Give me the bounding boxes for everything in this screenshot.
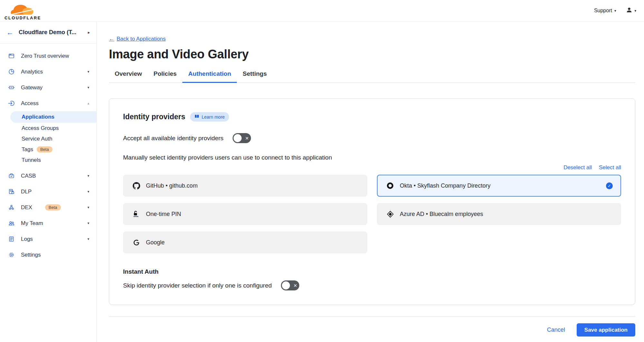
learn-more-badge[interactable]: Learn more [190, 112, 229, 122]
sidebar-account-header: ← Cloudflare Demo (T... ▸ [0, 22, 96, 44]
user-icon [626, 6, 633, 15]
tab-overview[interactable]: Overview [109, 70, 148, 83]
provider-name: One-time PIN [146, 211, 359, 218]
toggle-knob [234, 134, 242, 142]
selected-check-icon: ✓ [606, 182, 613, 189]
topbar: CLOUDFLARE Support ▾ ▾ [0, 0, 644, 22]
provider-option-google[interactable]: Google [123, 231, 367, 253]
my-team-icon [8, 220, 15, 227]
gateway-icon [8, 84, 15, 91]
manual-select-text: Manually select identity providers users… [123, 154, 621, 161]
sidebar-item-service-auth[interactable]: Service Auth [0, 133, 96, 144]
beta-badge: Beta [45, 204, 61, 210]
page: CLOUDFLARE Support ▾ ▾ ← C [0, 0, 644, 342]
topbar-right: Support ▾ ▾ [594, 6, 638, 15]
sidebar-item-my-team[interactable]: My Team ▾ [0, 215, 96, 231]
tab-authentication[interactable]: Authentication [182, 70, 237, 83]
sidebar-item-analytics[interactable]: Analytics ▾ [0, 64, 96, 80]
back-to-applications-link[interactable]: ← Back to Applications [109, 36, 166, 42]
sidebar-item-logs[interactable]: Logs ▾ [0, 231, 96, 247]
accept-all-label: Accept all available identity providers [123, 135, 224, 142]
learn-more-label: Learn more [202, 114, 225, 120]
sidebar-item-access-groups[interactable]: Access Groups [0, 123, 96, 133]
provider-option-azure-ad[interactable]: Azure AD • Bluecalm employees [377, 203, 621, 225]
gear-icon [8, 251, 15, 259]
provider-option-one-time-pin[interactable]: **** One-time PIN [123, 203, 367, 225]
provider-name: Google [146, 239, 359, 246]
identity-providers-card: Identity providers Learn more Accept all… [109, 98, 635, 305]
back-arrow-icon[interactable]: ← [6, 29, 14, 36]
beta-badge: Beta [37, 146, 53, 152]
support-menu[interactable]: Support ▾ [594, 8, 616, 14]
accept-all-toggle[interactable]: ✕ [233, 133, 251, 143]
instant-auth-heading: Instant Auth [123, 268, 621, 275]
chevron-down-icon: ▾ [87, 221, 89, 225]
back-link-label: Back to Applications [117, 36, 166, 42]
sidebar-nav: Zero Trust overview Analytics ▾ Gateway … [0, 44, 96, 263]
tab-settings[interactable]: Settings [237, 70, 273, 83]
sidebar-item-gateway[interactable]: Gateway ▾ [0, 80, 96, 95]
chevron-right-icon[interactable]: ▸ [88, 30, 90, 35]
okta-icon [386, 182, 394, 189]
chevron-down-icon: ▾ [87, 190, 89, 194]
chevron-up-icon: ▴ [87, 101, 89, 105]
google-icon [132, 239, 140, 246]
identity-providers-heading: Identity providers [123, 112, 185, 121]
sidebar-item-settings[interactable]: Settings [0, 247, 96, 263]
instant-auth-label: Skip identity provider selection if only… [123, 282, 272, 289]
page-title: Image and Video Gallery [109, 47, 635, 61]
logs-icon [8, 236, 15, 243]
sidebar: ← Cloudflare Demo (T... ▸ Zero Trust ove… [0, 22, 97, 342]
access-icon [8, 100, 15, 107]
dex-icon [8, 204, 15, 211]
sidebar-item-tunnels[interactable]: Tunnels [0, 155, 96, 165]
provider-name: Okta • Skyflash Company Directory [400, 182, 601, 189]
toggle-off-x-icon: ✕ [293, 283, 297, 288]
toggle-knob [282, 281, 290, 289]
sidebar-item-dex[interactable]: DEX Beta ▾ [0, 200, 96, 215]
svg-text:****: **** [133, 215, 139, 218]
sidebar-item-applications[interactable]: Applications [10, 111, 96, 123]
chevron-down-icon: ▾ [634, 9, 636, 13]
book-icon [194, 114, 199, 120]
select-all-link[interactable]: Select all [599, 164, 621, 171]
overview-icon [8, 53, 15, 60]
github-icon [132, 182, 140, 190]
dlp-icon [8, 188, 15, 195]
provider-grid: GitHub • github.com Okta • Skyflash Comp… [123, 175, 621, 253]
provider-name: Azure AD • Bluecalm employees [400, 211, 613, 218]
chevron-down-icon: ▾ [614, 9, 616, 13]
sidebar-item-zero-trust-overview[interactable]: Zero Trust overview [0, 48, 96, 64]
main-content: ← Back to Applications Image and Video G… [97, 22, 644, 342]
account-menu[interactable]: ▾ [626, 6, 636, 15]
back-arrow-icon: ← [109, 36, 114, 42]
provider-option-okta[interactable]: Okta • Skyflash Company Directory ✓ [377, 175, 621, 197]
chevron-down-icon: ▾ [87, 70, 89, 74]
chevron-down-icon: ▾ [87, 237, 89, 241]
cancel-button[interactable]: Cancel [547, 327, 565, 333]
toggle-off-x-icon: ✕ [245, 136, 249, 141]
sidebar-item-tags[interactable]: Tags Beta [0, 144, 96, 155]
casb-icon [8, 172, 15, 180]
chevron-down-icon: ▾ [87, 85, 89, 90]
support-label: Support [594, 8, 612, 14]
sidebar-item-casb[interactable]: CASB ▾ [0, 168, 96, 184]
azure-ad-icon [386, 210, 394, 218]
tab-bar: Overview Policies Authentication Setting… [109, 70, 635, 83]
instant-auth-toggle[interactable]: ✕ [281, 280, 299, 290]
one-time-pin-icon: **** [132, 210, 140, 218]
chevron-down-icon: ▾ [87, 174, 89, 178]
analytics-icon [8, 68, 15, 75]
sidebar-item-dlp[interactable]: DLP ▾ [0, 184, 96, 200]
deselect-all-link[interactable]: Deselect all [563, 164, 592, 171]
tab-policies[interactable]: Policies [148, 70, 183, 83]
cloudflare-logo: CLOUDFLARE [5, 1, 41, 20]
account-name[interactable]: Cloudflare Demo (T... [19, 29, 82, 36]
save-application-button[interactable]: Save application [577, 323, 635, 337]
cloudflare-wordmark: CLOUDFLARE [5, 15, 41, 20]
chevron-down-icon: ▾ [87, 205, 89, 210]
access-sub-list: Applications Access Groups Service Auth … [0, 111, 96, 165]
footer-actions: Cancel Save application [109, 317, 635, 342]
sidebar-item-access[interactable]: Access ▴ [0, 95, 96, 111]
provider-option-github[interactable]: GitHub • github.com [123, 175, 367, 197]
